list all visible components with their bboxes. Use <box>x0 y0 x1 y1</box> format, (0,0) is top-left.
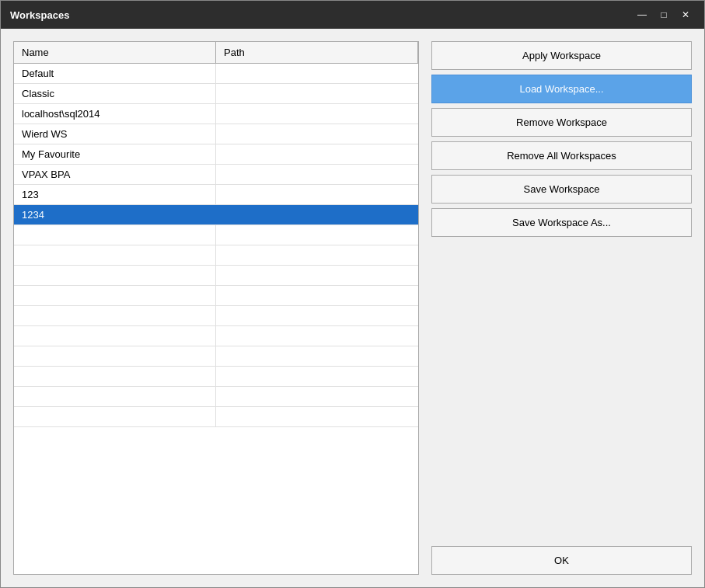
table-row-empty <box>14 266 418 286</box>
table-row[interactable]: Default <box>14 64 418 84</box>
table-cell-name-empty <box>14 367 216 386</box>
table-cell-path <box>216 144 418 164</box>
table-cell-path <box>216 104 418 124</box>
table-row-empty <box>14 407 418 427</box>
table-cell-name-empty <box>14 407 216 426</box>
table-cell-path <box>216 205 418 224</box>
table-cell-path-empty <box>216 245 418 265</box>
ok-button[interactable]: OK <box>431 546 692 575</box>
maximize-button[interactable]: □ <box>654 7 673 23</box>
table-cell-path <box>216 64 418 83</box>
table-cell-path <box>216 124 418 144</box>
close-button[interactable]: ✕ <box>676 7 695 23</box>
content-area: Name Path DefaultClassiclocalhost\sql201… <box>1 29 704 587</box>
table-cell-name-empty <box>14 225 216 245</box>
table-cell-path-empty <box>216 367 418 386</box>
table-cell-path <box>216 165 418 184</box>
table-cell-name-empty <box>14 245 216 265</box>
table-cell-name: Default <box>14 64 216 83</box>
spacer <box>431 291 692 540</box>
table-cell-name: Classic <box>14 84 216 103</box>
table-row[interactable]: My Favourite <box>14 144 418 165</box>
table-cell-path-empty <box>216 326 418 346</box>
save-workspace-button[interactable]: Save Workspace <box>431 175 692 204</box>
workspaces-table: Name Path DefaultClassiclocalhost\sql201… <box>13 41 419 575</box>
table-cell-path-empty <box>216 407 418 426</box>
table-row[interactable]: Wierd WS <box>14 124 418 144</box>
table-cell-name-empty <box>14 387 216 406</box>
table-header: Name Path <box>14 42 418 64</box>
table-cell-path-empty <box>216 286 418 305</box>
table-cell-name: 123 <box>14 185 216 204</box>
path-column-header: Path <box>216 42 418 63</box>
apply-workspace-button[interactable]: Apply Workspace <box>431 41 692 70</box>
window-controls: — □ ✕ <box>633 7 695 23</box>
table-row[interactable]: localhost\sql2014 <box>14 104 418 124</box>
workspaces-dialog: Workspaces — □ ✕ Name Path DefaultClassi… <box>0 0 705 588</box>
table-cell-path <box>216 84 418 103</box>
table-cell-path-empty <box>216 266 418 285</box>
table-row-empty <box>14 306 418 326</box>
name-column-header: Name <box>14 42 216 63</box>
table-cell-name-empty <box>14 346 216 366</box>
table-row-empty <box>14 225 418 245</box>
table-row[interactable]: 1234 <box>14 205 418 225</box>
table-row-empty <box>14 346 418 367</box>
remove-workspace-button[interactable]: Remove Workspace <box>431 108 692 137</box>
table-cell-path-empty <box>216 306 418 325</box>
table-row-empty <box>14 367 418 387</box>
save-workspace-as-button[interactable]: Save Workspace As... <box>431 208 692 237</box>
table-row-empty <box>14 286 418 306</box>
bottom-button-area: OK <box>431 546 692 575</box>
table-row-empty <box>14 387 418 407</box>
right-panel: Apply Workspace Load Workspace... Remove… <box>431 41 692 575</box>
title-bar: Workspaces — □ ✕ <box>1 1 704 29</box>
table-cell-name-empty <box>14 286 216 305</box>
action-buttons: Apply Workspace Load Workspace... Remove… <box>431 41 692 291</box>
window-title: Workspaces <box>10 9 69 21</box>
table-cell-name: 1234 <box>14 205 216 224</box>
table-cell-name-empty <box>14 306 216 325</box>
table-body: DefaultClassiclocalhost\sql2014Wierd WSM… <box>14 64 418 574</box>
table-row[interactable]: 123 <box>14 185 418 205</box>
minimize-button[interactable]: — <box>633 7 651 23</box>
table-cell-name: Wierd WS <box>14 124 216 144</box>
table-cell-path-empty <box>216 346 418 366</box>
table-cell-name: My Favourite <box>14 144 216 164</box>
table-cell-path-empty <box>216 225 418 245</box>
table-cell-name-empty <box>14 266 216 285</box>
table-row-empty <box>14 326 418 346</box>
table-cell-path-empty <box>216 387 418 406</box>
load-workspace-button[interactable]: Load Workspace... <box>431 75 692 103</box>
table-row[interactable]: VPAX BPA <box>14 165 418 185</box>
table-row[interactable]: Classic <box>14 84 418 104</box>
left-panel: Name Path DefaultClassiclocalhost\sql201… <box>13 41 419 575</box>
remove-all-workspaces-button[interactable]: Remove All Workspaces <box>431 141 692 170</box>
table-cell-name: localhost\sql2014 <box>14 104 216 124</box>
table-cell-path <box>216 185 418 204</box>
table-cell-name: VPAX BPA <box>14 165 216 184</box>
table-cell-name-empty <box>14 326 216 346</box>
table-row-empty <box>14 245 418 266</box>
